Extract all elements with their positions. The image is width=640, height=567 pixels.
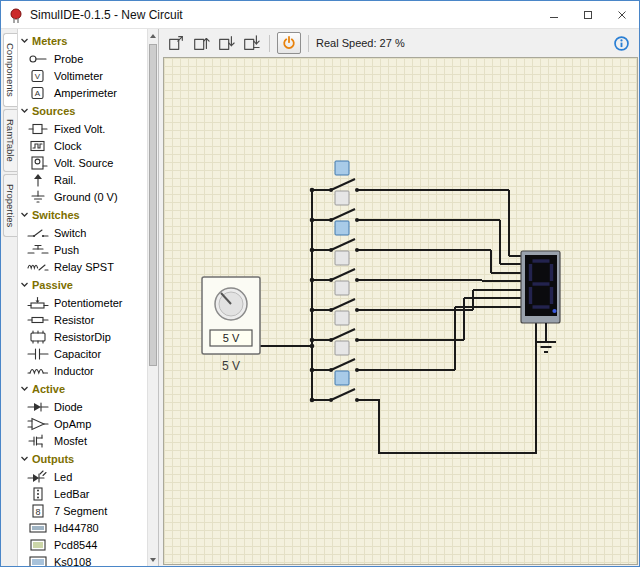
window-title: SimulIDE-0.1.5 - New Circuit	[30, 8, 183, 22]
category-label: Switches	[32, 209, 80, 221]
switch-7[interactable]	[329, 341, 359, 372]
ground-symbol[interactable]	[536, 323, 556, 352]
palette-item-led[interactable]: Led	[18, 468, 147, 485]
palette-item-resistor[interactable]: Resistor	[18, 311, 147, 328]
palette-item-fixed-volt[interactable]: Fixed Volt.	[18, 120, 147, 137]
close-icon	[617, 10, 627, 20]
category-label: Sources	[32, 105, 75, 117]
category-sources[interactable]: Sources	[18, 101, 147, 120]
side-tab-ramtable[interactable]: RamTable	[3, 109, 17, 172]
switch-toggle[interactable]	[335, 251, 349, 265]
palette-item-switch[interactable]: Switch	[18, 224, 147, 241]
switch-toggle[interactable]	[335, 221, 349, 235]
scroll-up-button[interactable]	[148, 29, 158, 42]
opamp-icon	[27, 417, 49, 431]
chevron-down-icon	[20, 106, 29, 115]
window-controls	[537, 1, 639, 28]
about-button[interactable]	[610, 32, 632, 54]
palette-item-label: Amperimeter	[54, 87, 117, 99]
palette-item-clock[interactable]: Clock	[18, 137, 147, 154]
category-passive[interactable]: Passive	[18, 275, 147, 294]
palette-item-volt-source[interactable]: Volt. Source	[18, 154, 147, 171]
switch-3[interactable]	[329, 221, 359, 252]
hd44780-icon	[27, 521, 49, 535]
switch-toggle[interactable]	[335, 371, 349, 385]
fixed-volt-icon	[27, 122, 49, 136]
wire-node	[310, 308, 315, 313]
palette-item-capacitor[interactable]: Capacitor	[18, 345, 147, 362]
new-circuit-button[interactable]	[165, 32, 187, 54]
svg-text:V: V	[35, 72, 41, 81]
app-icon	[8, 7, 24, 23]
close-button[interactable]	[605, 1, 639, 28]
maximize-button[interactable]	[571, 1, 605, 28]
palette-item-label: Potentiometer	[54, 297, 122, 309]
maximize-icon	[583, 10, 593, 20]
switch-toggle[interactable]	[335, 191, 349, 205]
category-label: Outputs	[32, 453, 74, 465]
palette-item-ground-0-v[interactable]: Ground (0 V)	[18, 188, 147, 205]
palette-item-probe[interactable]: Probe	[18, 50, 147, 67]
switch-toggle[interactable]	[335, 341, 349, 355]
potentiometer-icon	[27, 296, 49, 310]
palette-scrollbar[interactable]	[147, 29, 158, 566]
switch-toggle[interactable]	[335, 281, 349, 295]
palette-item-label: Led	[54, 471, 72, 483]
content-column: Real Speed: 27 %	[159, 29, 639, 566]
save-as-circuit-button[interactable]	[240, 32, 262, 54]
led-icon	[27, 470, 49, 484]
switch-4[interactable]	[329, 251, 359, 282]
category-outputs[interactable]: Outputs	[18, 449, 147, 468]
switch-toggle[interactable]	[335, 161, 349, 175]
power-circuit-button[interactable]	[277, 32, 301, 54]
palette-item-push[interactable]: Push	[18, 241, 147, 258]
ks0108-icon	[27, 555, 49, 567]
push-icon	[27, 243, 49, 257]
palette-item-7-segment[interactable]: 87 Segment	[18, 502, 147, 519]
palette-item-mosfet[interactable]: Mosfet	[18, 432, 147, 449]
palette-item-label: Clock	[54, 140, 82, 152]
circuit-canvas[interactable]: 5 V 5 V	[163, 57, 638, 565]
info-icon	[613, 35, 630, 52]
category-switches[interactable]: Switches	[18, 205, 147, 224]
switch-1[interactable]	[329, 161, 359, 192]
probe-icon	[27, 52, 49, 66]
side-tab-properties[interactable]: Properties	[3, 174, 17, 237]
open-circuit-button[interactable]	[190, 32, 212, 54]
palette-item-voltimeter[interactable]: VVoltimeter	[18, 67, 147, 84]
palette-item-relay-spst[interactable]: Relay SPST	[18, 258, 147, 275]
switch-2[interactable]	[329, 191, 359, 222]
wire-node	[310, 218, 315, 223]
scroll-down-button[interactable]	[148, 553, 158, 566]
seven-segment-display[interactable]	[521, 251, 560, 323]
palette-item-label: Resistor	[54, 314, 94, 326]
palette-item-inductor[interactable]: Inductor	[18, 362, 147, 379]
palette-item-hd44780[interactable]: Hd44780	[18, 519, 147, 536]
palette-item-potentiometer[interactable]: Potentiometer	[18, 294, 147, 311]
palette-item-pcd8544[interactable]: Pcd8544	[18, 536, 147, 553]
palette-item-label: Volt. Source	[54, 157, 113, 169]
minimize-button[interactable]	[537, 1, 571, 28]
switch-5[interactable]	[329, 281, 359, 312]
toolbar-file-buttons	[165, 32, 262, 54]
palette-item-amperimeter[interactable]: AAmperimeter	[18, 84, 147, 101]
category-meters[interactable]: Meters	[18, 31, 147, 50]
chevron-down-icon	[20, 454, 29, 463]
voltage-source[interactable]: 5 V 5 V	[202, 277, 260, 373]
switch-toggle[interactable]	[335, 311, 349, 325]
palette-item-rail[interactable]: Rail.	[18, 171, 147, 188]
palette-item-resistordip[interactable]: ResistorDip	[18, 328, 147, 345]
category-active[interactable]: Active	[18, 379, 147, 398]
switch-6[interactable]	[329, 311, 359, 342]
scrollbar-thumb[interactable]	[149, 44, 157, 366]
palette-item-ledbar[interactable]: LedBar	[18, 485, 147, 502]
side-tab-components[interactable]: Components	[3, 33, 17, 107]
palette-item-ks0108[interactable]: Ks0108	[18, 553, 147, 566]
toolbar-separator	[269, 35, 270, 52]
save-circuit-button[interactable]	[215, 32, 237, 54]
palette-item-opamp[interactable]: OpAmp	[18, 415, 147, 432]
svg-text:8: 8	[35, 506, 40, 516]
ground-icon	[27, 190, 49, 204]
palette-item-diode[interactable]: Diode	[18, 398, 147, 415]
switch-8[interactable]	[329, 371, 359, 402]
